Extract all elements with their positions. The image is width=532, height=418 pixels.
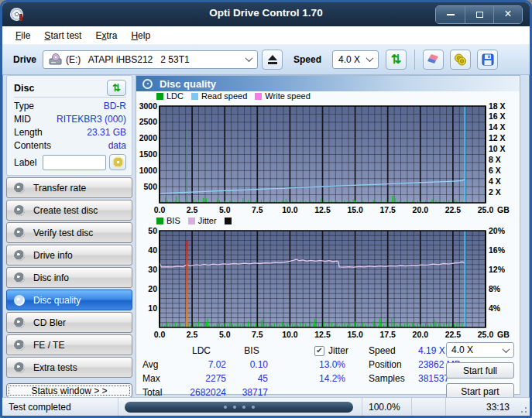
speed-value: 4.0 X: [338, 54, 364, 65]
chevron-down-icon: [366, 54, 374, 62]
svg-text:17.5: 17.5: [379, 330, 396, 339]
disc-icon: [14, 340, 25, 351]
test-controls: 4.0 X Start full Start part: [446, 342, 514, 399]
sidebar-nav: Transfer rate Create test disc Verify te…: [6, 177, 132, 378]
eject-icon: [268, 55, 277, 60]
disc-quality-panel: Disc quality LDCRead speedWrite speed 50…: [136, 75, 520, 395]
toolbar: Drive (E:) ATAPI iHBS212 2 53T1 Speed 4.…: [2, 44, 530, 75]
maximize-icon: [476, 12, 483, 18]
save-button[interactable]: [477, 50, 498, 70]
svg-text:12 X: 12 X: [489, 133, 506, 142]
disc-field-type: Type BD-R: [14, 100, 126, 113]
svg-text:20%: 20%: [489, 226, 506, 235]
svg-text:20.0: 20.0: [413, 205, 429, 214]
refresh-button[interactable]: ⇅: [386, 50, 407, 70]
svg-text:7.5: 7.5: [252, 330, 263, 339]
sidebar-item-verify-test-disc[interactable]: Verify test disc: [6, 222, 132, 243]
menu-file[interactable]: File: [9, 28, 37, 43]
svg-text:5.0: 5.0: [219, 205, 231, 214]
title-bar: Opti Drive Control 1.70 ×: [2, 2, 530, 26]
close-button[interactable]: ×: [493, 6, 522, 23]
drive-icon: [49, 53, 62, 65]
svg-text:0.0: 0.0: [154, 330, 166, 339]
status-text: Test completed: [9, 402, 71, 413]
svg-text:2 X: 2 X: [489, 187, 501, 197]
write-label-button[interactable]: [109, 154, 126, 170]
svg-text:2.5: 2.5: [187, 330, 198, 339]
position-info-label: Position: [369, 358, 418, 372]
svg-text:18 X: 18 X: [489, 101, 506, 111]
speed-label: Speed: [293, 54, 321, 65]
eraser-icon: [427, 53, 440, 65]
drive-select[interactable]: (E:) ATAPI iHBS212 2 53T1: [43, 50, 258, 69]
sidebar-item-extra-tests[interactable]: Extra tests: [6, 357, 132, 378]
toolbar-separator: [414, 50, 415, 70]
svg-text:15.0: 15.0: [347, 330, 363, 339]
bis-jitter-chart: 10203040504%8%12%16%20%0.02.55.07.510.01…: [136, 226, 520, 341]
drive-label: Drive: [13, 54, 36, 65]
disc-refresh-button[interactable]: ⇅: [107, 80, 126, 96]
svg-text:GB: GB: [497, 205, 510, 214]
disc-icon: [14, 250, 25, 261]
menu-start-test[interactable]: Start test: [37, 28, 88, 43]
maximize-button[interactable]: [465, 6, 493, 23]
menu-help[interactable]: Help: [124, 28, 157, 43]
sidebar-item-transfer-rate[interactable]: Transfer rate: [6, 177, 132, 198]
chevron-down-icon: [503, 345, 510, 353]
svg-text:10: 10: [148, 303, 157, 313]
sidebar-item-drive-info[interactable]: Drive info: [6, 245, 132, 266]
bis-column-header: BIS: [231, 344, 273, 358]
sidebar-item-disc-quality[interactable]: Disc quality: [6, 290, 132, 310]
chevron-down-icon: [245, 54, 253, 62]
svg-text:12.5: 12.5: [314, 330, 331, 339]
disc-icon: [14, 205, 25, 216]
sidebar-item-disc-info[interactable]: Disc info: [6, 267, 132, 288]
disc-icon: [14, 272, 25, 283]
status-window-button[interactable]: Status window > >: [6, 383, 132, 398]
resize-grip[interactable]: [520, 406, 527, 413]
samples-info-label: Samples: [369, 372, 418, 385]
eject-button[interactable]: [262, 50, 283, 70]
row-label: Max: [138, 372, 172, 385]
svg-text:15.0: 15.0: [347, 205, 363, 214]
label-input[interactable]: [43, 155, 106, 170]
svg-text:2.5: 2.5: [187, 205, 198, 214]
menu-extra[interactable]: Extra: [88, 28, 124, 43]
svg-text:20: 20: [148, 284, 157, 293]
refresh-icon: ⇅: [391, 53, 401, 66]
coins-icon: [454, 53, 467, 66]
sidebar-item-create-test-disc[interactable]: Create test disc: [6, 200, 132, 221]
jitter-checkbox[interactable]: ✔: [314, 346, 324, 356]
speed-info-label: Speed: [369, 344, 418, 358]
svg-text:30: 30: [148, 265, 157, 274]
svg-text:16 X: 16 X: [489, 111, 506, 121]
speed-select[interactable]: 4.0 X: [332, 50, 379, 69]
svg-text:4%: 4%: [489, 303, 501, 313]
cd-icon: [112, 156, 124, 168]
minimize-icon: [447, 14, 455, 15]
lock-drive-button[interactable]: [450, 50, 471, 70]
svg-text:GB: GB: [497, 330, 510, 339]
svg-text:10.0: 10.0: [282, 330, 298, 339]
disc-label-row: Label: [14, 154, 126, 170]
menu-bar: File Start test Extra Help: [2, 26, 530, 44]
svg-text:8 X: 8 X: [489, 155, 501, 164]
svg-text:14 X: 14 X: [489, 122, 506, 132]
svg-text:16%: 16%: [489, 245, 506, 255]
sidebar-item-cd-bler[interactable]: CD Bler: [6, 312, 132, 333]
svg-text:7.5: 7.5: [252, 205, 263, 214]
sidebar-item-fe-te[interactable]: FE / TE: [6, 334, 132, 355]
disc-field-mid: MID RITEKBR3 (000): [14, 113, 126, 126]
erase-disc-button[interactable]: [423, 50, 444, 70]
svg-text:5.0: 5.0: [219, 330, 231, 339]
disc-icon: [14, 228, 25, 238]
svg-text:17.5: 17.5: [379, 205, 396, 214]
panel-title: Disc quality: [160, 78, 216, 90]
minimize-button[interactable]: [436, 6, 465, 23]
bis-jitter-chart-legend: BISJitter: [136, 216, 520, 226]
start-full-button[interactable]: Start full: [446, 362, 514, 379]
disc-icon: [14, 362, 25, 373]
svg-text:50: 50: [148, 226, 157, 235]
test-speed-select[interactable]: 4.0 X: [446, 342, 514, 358]
window-controls: ×: [435, 5, 523, 24]
